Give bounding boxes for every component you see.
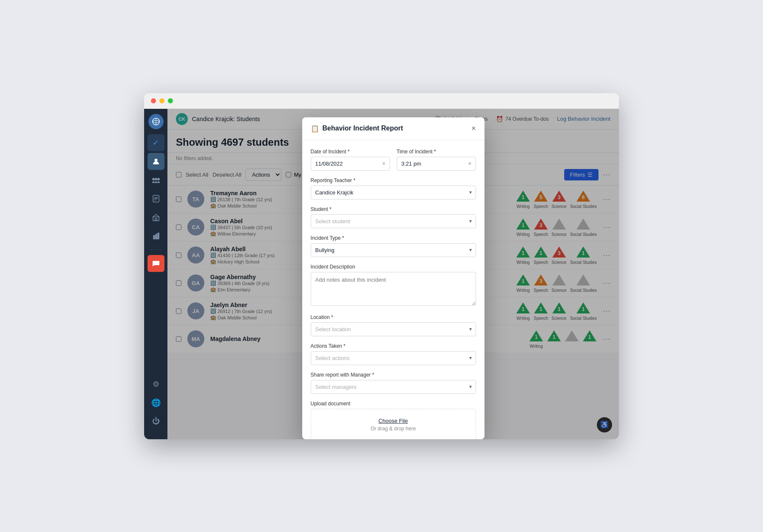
date-input-wrapper: × (311, 157, 390, 171)
description-row: Incident Description (311, 264, 476, 308)
svg-point-3 (152, 178, 155, 180)
time-input-wrapper: × (397, 157, 476, 171)
report-icon: 📋 (311, 125, 319, 133)
choose-file-button[interactable]: Choose File (379, 418, 408, 424)
manager-row: Share report with Manager * Select manag… (311, 372, 476, 394)
sidebar-item-messages[interactable] (148, 255, 164, 272)
behavior-incident-modal: 📋 Behavior Incident Report × Date of Inc… (302, 117, 485, 439)
date-clear-icon[interactable]: × (382, 160, 385, 167)
description-label: Incident Description (311, 264, 476, 270)
sidebar-divider (150, 249, 162, 250)
incident-type-row: Incident Type * Bullying ▾ (311, 235, 476, 257)
time-label: Time of Incident * (397, 149, 476, 155)
upload-label: Upload document (311, 401, 476, 407)
incident-type-select[interactable]: Bullying (311, 243, 476, 257)
reporting-select[interactable]: Candice Krajcik (311, 186, 476, 200)
actions-input-wrapper: Select actions ▾ (311, 351, 476, 365)
location-select[interactable]: Select location (311, 322, 476, 336)
modal-overlay: 📋 Behavior Incident Report × Date of Inc… (167, 109, 619, 439)
svg-rect-14 (156, 234, 157, 239)
sidebar-item-power[interactable]: ⏻ (148, 413, 164, 430)
description-textarea[interactable] (311, 272, 476, 306)
modal-header: 📋 Behavior Incident Report × (302, 117, 485, 140)
location-label: Location * (311, 314, 476, 320)
incident-type-value: Bullying (315, 247, 335, 253)
student-input-wrapper: Select student ▾ (311, 214, 476, 228)
main-content: CK Candice Krajcik: Students 📋 3440 Miss… (167, 109, 619, 439)
date-col: Date of Incident * × (311, 149, 390, 171)
modal-title-row: 📋 Behavior Incident Report (311, 125, 403, 133)
actions-taken-label: Actions Taken * (311, 343, 476, 349)
time-clear-icon[interactable]: × (468, 160, 471, 167)
drag-drop-label: Or drag & drop here (320, 426, 467, 432)
expand-dot[interactable] (168, 98, 173, 103)
student-label: Student * (311, 206, 476, 212)
modal-body: Date of Incident * × Time of Incident * (302, 140, 485, 439)
svg-point-4 (155, 178, 157, 180)
student-select[interactable]: Select student (311, 214, 476, 228)
manager-select[interactable]: Select managers (311, 380, 476, 394)
sidebar-item-check[interactable]: ✓ (148, 134, 164, 151)
reporting-label: Reporting Teacher * (311, 177, 476, 183)
upload-area[interactable]: Choose File Or drag & drop here (311, 409, 476, 439)
incident-type-label: Incident Type * (311, 235, 476, 241)
reporting-teacher-row: Reporting Teacher * Candice Krajcik ▾ (311, 177, 476, 200)
sidebar-item-students[interactable] (148, 153, 164, 170)
close-dot[interactable] (151, 98, 156, 103)
reporting-input-wrapper: Candice Krajcik ▾ (311, 186, 476, 200)
sidebar-item-chart[interactable] (148, 227, 164, 244)
modal-title: Behavior Incident Report (323, 125, 403, 132)
sidebar-item-document[interactable] (148, 190, 164, 207)
manager-input-wrapper: Select managers ▾ (311, 380, 476, 394)
svg-rect-11 (155, 219, 157, 221)
actions-taken-row: Actions Taken * Select actions ▾ (311, 343, 476, 365)
minimize-dot[interactable] (159, 98, 164, 103)
sidebar-item-building[interactable] (148, 209, 164, 226)
browser-titlebar (144, 93, 619, 109)
sidebar-item-settings[interactable]: ⚙ (148, 376, 164, 393)
sidebar-item-globe[interactable]: 🌐 (148, 394, 164, 411)
svg-point-5 (157, 178, 160, 180)
location-row: Location * Select location ▾ (311, 314, 476, 336)
actions-select[interactable]: Select actions (311, 351, 476, 365)
svg-point-2 (154, 158, 157, 161)
location-input-wrapper: Select location ▾ (311, 322, 476, 336)
upload-row: Upload document Choose File Or drag & dr… (311, 401, 476, 439)
incident-type-wrapper: Bullying ▾ (311, 243, 476, 257)
time-col: Time of Incident * × (397, 149, 476, 171)
actions-placeholder: Select actions (315, 355, 350, 361)
student-row: Student * Select student ▾ (311, 206, 476, 228)
time-input[interactable] (397, 157, 476, 171)
sidebar: ✓ (144, 109, 167, 439)
location-placeholder: Select location (315, 326, 351, 332)
svg-rect-15 (158, 233, 159, 239)
reporting-value: Candice Krajcik (315, 189, 354, 196)
sidebar-item-groups[interactable] (148, 172, 164, 188)
date-input[interactable] (311, 157, 390, 171)
modal-close-button[interactable]: × (471, 124, 476, 133)
date-label: Date of Incident * (311, 149, 390, 155)
student-placeholder: Select student (315, 218, 350, 224)
sidebar-logo[interactable] (148, 114, 164, 129)
svg-rect-13 (153, 236, 155, 239)
date-time-row: Date of Incident * × Time of Incident * (311, 149, 476, 171)
manager-label: Share report with Manager * (311, 372, 476, 378)
manager-placeholder: Select managers (315, 384, 357, 390)
